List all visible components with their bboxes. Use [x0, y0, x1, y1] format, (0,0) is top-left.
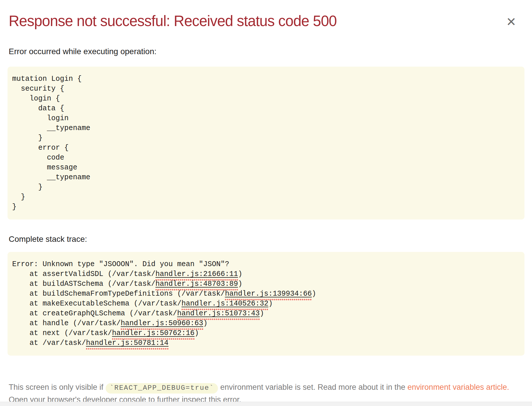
close-button[interactable]: ✕: [503, 14, 519, 30]
close-icon: ✕: [506, 15, 516, 29]
file-reference: handler.js:50960:63: [121, 319, 203, 328]
stack-trace-line: at buildSchemaFromTypeDefinitions (/var/…: [12, 289, 520, 299]
file-reference: handler.js:50762:16: [112, 329, 195, 337]
page-title: Response not successful: Received status…: [8, 12, 524, 30]
stack-trace-line: at /var/task/handler.js:50781:14: [12, 338, 520, 348]
stack-text: ): [260, 309, 264, 318]
stack-text: ): [238, 270, 242, 278]
stack-text: at next (/var/task/: [12, 329, 112, 337]
debug-note-line1: This screen is only visible if `REACT_AP…: [9, 381, 524, 394]
file-reference: handler.js:140526:32: [181, 299, 268, 308]
file-reference: handler.js:50781:14: [86, 339, 168, 347]
stack-trace-line: at makeExecutableSchema (/var/task/handl…: [12, 299, 520, 309]
stack-text: ): [312, 290, 316, 298]
stack-text: at createGraphQLSchema (/var/task/: [12, 309, 177, 318]
stack-trace-line: at next (/var/task/handler.js:50762:16): [12, 328, 520, 338]
stack-text: at assertValidSDL (/var/task/: [12, 270, 155, 278]
stack-text: ): [268, 299, 273, 308]
stack-trace-line: at assertValidSDL (/var/task/handler.js:…: [12, 269, 520, 279]
stack-text: at buildASTSchema (/var/task/: [12, 280, 155, 288]
stack-text: at handle (/var/task/: [12, 319, 121, 328]
stack-trace-block: Error: Unknown type "JSOOON". Did you me…: [8, 252, 524, 356]
stack-text: ): [195, 329, 199, 337]
file-reference: handler.js:139934:66: [225, 290, 312, 298]
debug-note-text-2: environment variable is set. Read more a…: [218, 383, 407, 392]
env-debug-pill: `REACT_APP_DEBUG=true`: [106, 383, 218, 394]
stack-trace-line: at handle (/var/task/handler.js:50960:63…: [12, 319, 520, 328]
stack-trace-line: Error: Unknown type "JSOOON". Did you me…: [12, 259, 520, 269]
file-reference: handler.js:21666:11: [155, 270, 238, 278]
page-bottom-edge: [0, 402, 532, 406]
operation-code-block: mutation Login { security { login { data…: [8, 67, 524, 220]
file-reference: handler.js:48703:89: [155, 280, 238, 288]
error-overlay: ✕ Response not successful: Received stat…: [0, 0, 532, 406]
environment-variables-link[interactable]: environment variables article.: [408, 383, 509, 392]
stack-text: ): [203, 319, 208, 328]
stack-trace-line: at buildASTSchema (/var/task/handler.js:…: [12, 279, 520, 289]
stack-text: at buildSchemaFromTypeDefinitions (/var/…: [12, 290, 225, 298]
debug-note-text-1: This screen is only visible if: [9, 383, 106, 392]
stack-label: Complete stack trace:: [8, 234, 524, 244]
stack-text: at /var/task/: [12, 339, 86, 347]
stack-text: Error: Unknown type "JSOOON". Did you me…: [12, 260, 229, 268]
operation-label: Error occurred while executing operation…: [8, 46, 524, 57]
file-reference: handler.js:51073:43: [177, 309, 260, 318]
stack-text: at makeExecutableSchema (/var/task/: [12, 299, 181, 308]
stack-text: ): [238, 280, 242, 288]
